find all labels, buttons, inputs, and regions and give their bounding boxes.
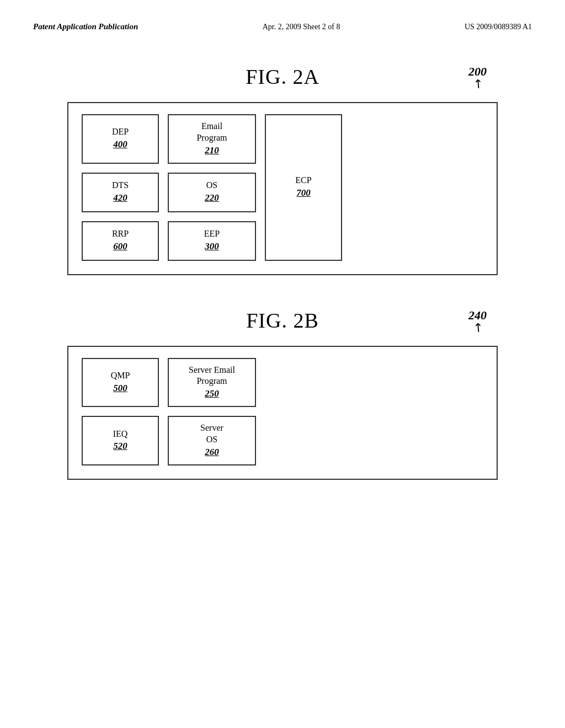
os-number: 220 [205, 192, 219, 204]
component-rrp: RRP 600 [82, 221, 159, 261]
component-ecp: ECP 700 [265, 114, 342, 261]
component-server-os: ServerOS 260 [168, 416, 256, 465]
rrp-number: 600 [113, 241, 127, 252]
figure-2b-title: FIG. 2B [246, 308, 319, 333]
figure-2b-title-row: FIG. 2B 240 ↙ [67, 308, 498, 333]
server-email-program-number: 250 [205, 388, 219, 399]
dts-number: 420 [113, 192, 127, 204]
ieq-number: 520 [113, 441, 127, 452]
qmp-number: 500 [113, 383, 127, 394]
header-right: US 2009/0089389 A1 [465, 23, 532, 31]
dts-name: DTS [112, 180, 129, 191]
page: Patent Application Publication Apr. 2, 2… [0, 0, 565, 728]
eep-name: EEP [204, 228, 220, 240]
component-qmp: QMP 500 [82, 358, 159, 408]
figure-2a-grid: DEP 400 EmailProgram 210 ECP 700 [82, 114, 483, 261]
figure-2b-diagram: QMP 500 Server EmailProgram 250 IEQ 520 [67, 346, 498, 480]
header-left: Patent Application Publication [33, 22, 138, 31]
figure-2b-grid: QMP 500 Server EmailProgram 250 IEQ 520 [82, 358, 483, 465]
figure-2a-title: FIG. 2A [246, 65, 319, 89]
email-program-name: EmailProgram [196, 121, 227, 144]
component-email-program: EmailProgram 210 [168, 114, 256, 164]
component-ieq: IEQ 520 [82, 416, 159, 465]
email-program-number: 210 [205, 145, 219, 156]
figure-2b: FIG. 2B 240 ↙ QMP 500 Server EmailProgra… [67, 308, 498, 480]
component-eep: EEP 300 [168, 221, 256, 261]
eep-number: 300 [205, 241, 219, 252]
figure-2a-diagram: DEP 400 EmailProgram 210 ECP 700 [67, 102, 498, 275]
component-server-email-program: Server EmailProgram 250 [168, 358, 256, 408]
figure-2a-ref: 200 ↙ [468, 65, 487, 91]
ieq-name: IEQ [113, 429, 128, 440]
qmp-name: QMP [111, 370, 130, 382]
component-dts: DTS 420 [82, 173, 159, 212]
figure-2a: FIG. 2A 200 ↙ DEP 400 EmailProgram [67, 65, 498, 275]
rrp-name: RRP [112, 228, 129, 240]
header-center: Apr. 2, 2009 Sheet 2 of 8 [263, 23, 340, 31]
server-os-name: ServerOS [200, 422, 223, 446]
ecp-name: ECP [295, 175, 311, 186]
ecp-number: 700 [296, 188, 311, 199]
figure-2b-ref: 240 ↙ [468, 308, 487, 335]
component-dep: DEP 400 [82, 114, 159, 164]
dep-number: 400 [113, 139, 127, 150]
figures-area: FIG. 2A 200 ↙ DEP 400 EmailProgram [33, 65, 532, 480]
component-os: OS 220 [168, 173, 256, 212]
header: Patent Application Publication Apr. 2, 2… [33, 22, 532, 31]
figure-2a-title-row: FIG. 2A 200 ↙ [67, 65, 498, 89]
server-email-program-name: Server EmailProgram [189, 365, 235, 388]
dep-name: DEP [112, 126, 129, 138]
server-os-number: 260 [205, 447, 219, 458]
os-name: OS [206, 180, 217, 191]
